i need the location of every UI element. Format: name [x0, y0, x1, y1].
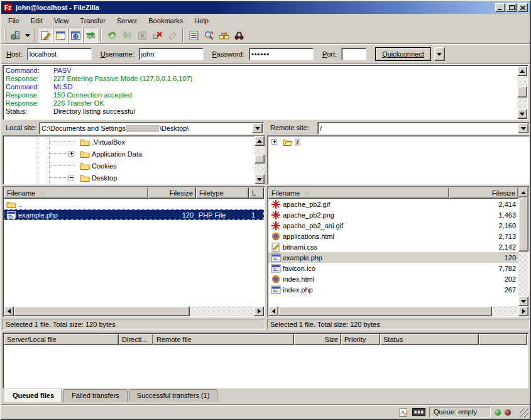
scroll-left-button[interactable]: [4, 306, 14, 316]
menu-bookmarks[interactable]: Bookmarks: [143, 15, 189, 26]
tree-item-cookies[interactable]: Cookies: [3, 160, 265, 172]
toggle-transfer-queue-button[interactable]: [83, 28, 98, 43]
username-input[interactable]: [139, 48, 204, 60]
scroll-thumb[interactable]: [14, 306, 190, 316]
expand-icon[interactable]: [68, 151, 74, 157]
directory-comparison-button[interactable]: [201, 28, 216, 43]
file-row-parent-dir[interactable]: ..: [4, 199, 264, 209]
tab-failed-transfers[interactable]: Failed transfers: [63, 389, 128, 402]
site-manager-dropdown-button[interactable]: [23, 28, 31, 43]
toggle-remote-tree-button[interactable]: [68, 28, 83, 43]
close-button[interactable]: [518, 3, 528, 12]
scroll-left-button[interactable]: [268, 306, 278, 316]
find-files-button[interactable]: [231, 28, 246, 43]
scroll-up-button[interactable]: [517, 66, 527, 76]
scroll-thumb[interactable]: [278, 306, 492, 316]
scroll-thumb[interactable]: [518, 197, 528, 251]
scroll-up-button[interactable]: [518, 187, 528, 197]
reconnect-button[interactable]: [165, 28, 180, 43]
toggle-message-log-button[interactable]: [38, 28, 53, 43]
speed-limits-icon[interactable]: [412, 408, 425, 416]
tab-successful-transfers[interactable]: Successful transfers (1): [129, 389, 218, 402]
file-row-example-php[interactable]: example.php 120 PHP File 1: [4, 209, 264, 220]
php-file-icon: [271, 285, 281, 295]
local-site-dropdown-button[interactable]: [252, 123, 263, 133]
log-vertical-scrollbar[interactable]: [517, 66, 527, 119]
queue-column-direction[interactable]: Directi...: [119, 334, 153, 345]
remote-list-horizontal-scrollbar[interactable]: [268, 306, 528, 316]
process-queue-button[interactable]: [119, 28, 134, 43]
filter-button[interactable]: [186, 28, 201, 43]
quickconnect-button[interactable]: Quickconnect: [375, 47, 431, 61]
collapse-icon[interactable]: [68, 175, 74, 180]
file-row-example-php[interactable]: example.php 120: [268, 252, 518, 263]
toggle-local-tree-button[interactable]: [53, 28, 68, 43]
column-header-filename[interactable]: Filename: [4, 187, 148, 199]
site-manager-button[interactable]: [8, 28, 23, 43]
expand-icon[interactable]: [271, 139, 277, 145]
toolbar-gripper[interactable]: [4, 29, 6, 41]
maximize-button[interactable]: [506, 3, 517, 12]
file-row[interactable]: index.php 267: [268, 284, 518, 295]
disconnect-button[interactable]: [150, 28, 165, 43]
menu-transfer[interactable]: Transfer: [74, 15, 111, 26]
transfer-type-ascii-icon[interactable]: A: [398, 407, 408, 417]
column-header-filesize[interactable]: Filesize: [148, 187, 196, 199]
queue-column-priority[interactable]: Priority: [341, 334, 380, 345]
file-row[interactable]: bitnami.css 2,142: [268, 241, 518, 252]
scroll-thumb[interactable]: [517, 86, 527, 97]
column-header-filesize[interactable]: Filesize: [449, 187, 518, 199]
queue-size-indicator: Queue: empty: [429, 407, 491, 417]
file-row[interactable]: apache_pb2.png 1,463: [268, 209, 518, 220]
local-tree-vertical-scrollbar[interactable]: [255, 136, 265, 184]
scroll-down-button[interactable]: [517, 109, 527, 119]
tree-item-application-data[interactable]: Application Data: [3, 148, 265, 160]
scroll-thumb[interactable]: [255, 155, 265, 163]
open-folder-icon: [283, 137, 293, 147]
file-row[interactable]: favicon.ico 7,782: [268, 263, 518, 274]
toolbar-separator: [34, 29, 35, 41]
menu-file[interactable]: File: [3, 15, 25, 26]
queue-column-status[interactable]: Status: [380, 334, 479, 345]
remote-site-dropdown-button[interactable]: [518, 123, 528, 133]
refresh-icon: [107, 30, 118, 41]
synchronized-browsing-button[interactable]: [216, 28, 231, 43]
scroll-right-button[interactable]: [518, 306, 528, 316]
menu-help[interactable]: Help: [189, 15, 214, 26]
column-header-filetype[interactable]: Filetype: [196, 187, 249, 199]
cancel-operation-button[interactable]: [134, 28, 150, 43]
refresh-button[interactable]: [104, 28, 119, 43]
file-row[interactable]: applications.html 2,713: [268, 231, 518, 241]
file-row[interactable]: apache_pb2_ani.gif 2,160: [268, 220, 518, 231]
title-bar[interactable]: Fz john@localhost - FileZilla: [1, 1, 530, 14]
scroll-right-button[interactable]: [254, 306, 264, 316]
menu-server[interactable]: Server: [111, 15, 143, 26]
queue-tabs: Queued files Failed transfers Successful…: [3, 389, 528, 404]
file-row[interactable]: apache_pb2.gif 2,414: [268, 199, 518, 209]
remote-site-combobox[interactable]: /: [317, 122, 530, 135]
tree-item-root[interactable]: /: [268, 136, 529, 148]
tree-item-desktop[interactable]: Desktop: [3, 172, 265, 184]
queue-column-remote-file[interactable]: Remote file: [153, 334, 294, 345]
file-row[interactable]: index.html 202: [268, 274, 518, 284]
port-input[interactable]: [341, 48, 366, 60]
tab-queued-files[interactable]: Queued files: [4, 389, 62, 402]
column-header-last-modified[interactable]: L: [249, 187, 264, 199]
local-list-horizontal-scrollbar[interactable]: [4, 306, 264, 316]
queue-column-size[interactable]: Size: [294, 334, 341, 345]
remote-list-vertical-scrollbar[interactable]: [518, 187, 528, 306]
minimize-button[interactable]: [495, 3, 505, 12]
tree-item-virtualbox[interactable]: .VirtualBox: [3, 136, 265, 148]
column-header-filename[interactable]: Filename: [268, 187, 449, 199]
password-input[interactable]: [249, 48, 314, 60]
window-resize-grip[interactable]: [520, 409, 528, 417]
menu-view[interactable]: View: [48, 15, 75, 26]
quickconnect-dropdown-button[interactable]: [434, 47, 445, 61]
menu-edit[interactable]: Edit: [25, 15, 48, 26]
queue-column-server-local-file[interactable]: Server/Local file: [4, 334, 119, 345]
local-site-combobox[interactable]: C:\Documents and Settings\Desktop\: [39, 122, 264, 135]
host-input[interactable]: [27, 48, 92, 60]
scroll-down-button[interactable]: [255, 174, 265, 184]
scroll-down-button[interactable]: [518, 296, 528, 306]
scroll-up-button[interactable]: [255, 136, 265, 146]
